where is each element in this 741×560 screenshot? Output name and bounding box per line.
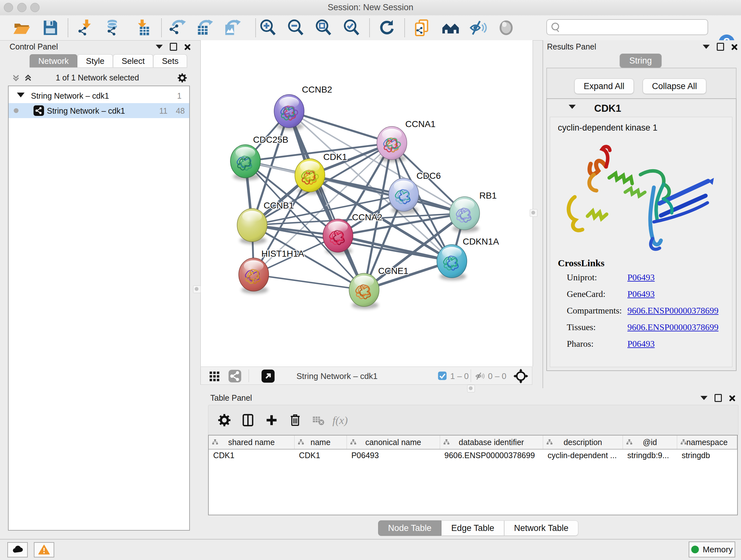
column-header-shared-name[interactable]: shared name — [209, 435, 294, 449]
cell-description[interactable]: cyclin-dependent ... — [543, 449, 623, 462]
collapse-all-button[interactable]: Collapse All — [643, 78, 706, 94]
right-splitter-handle[interactable] — [530, 209, 537, 217]
tab-string[interactable]: String — [620, 54, 662, 68]
control-panel-menu-icon[interactable] — [156, 45, 163, 49]
tab-style[interactable]: Style — [77, 54, 113, 67]
memory-button[interactable]: Memory — [689, 542, 735, 557]
left-splitter-handle[interactable] — [193, 286, 201, 293]
selected-checkbox-icon[interactable] — [437, 371, 447, 381]
tab-node-table[interactable]: Node Table — [378, 520, 441, 536]
node-CDC6[interactable]: CDC6 — [389, 171, 441, 214]
node-CDKN1A[interactable]: CDKN1A — [437, 237, 499, 280]
node-label-CCNB2: CCNB2 — [302, 84, 332, 95]
create-column-icon[interactable] — [261, 410, 282, 430]
node-label-CCNB1: CCNB1 — [264, 200, 294, 210]
zoom-selected-icon[interactable] — [341, 17, 362, 38]
warnings-button[interactable] — [34, 542, 54, 557]
node-table[interactable]: shared namenamecanonical namedatabase id… — [208, 435, 738, 515]
cell-@id[interactable]: stringdb:9... — [623, 449, 677, 462]
node-label-CDC6: CDC6 — [416, 171, 441, 181]
table-panel-close-icon[interactable] — [729, 395, 735, 401]
column-header-database-identifier[interactable]: database identifier — [440, 435, 543, 449]
share-network-icon[interactable] — [228, 369, 242, 383]
crosslink-link[interactable]: P06493 — [627, 289, 655, 299]
results-panel-menu-icon[interactable] — [703, 45, 710, 49]
tab-sets[interactable]: Sets — [153, 54, 187, 67]
cell-shared-name[interactable]: CDK1 — [209, 449, 294, 462]
column-header-namespace[interactable]: namespace — [677, 435, 737, 449]
table-options-gear-icon[interactable] — [214, 410, 234, 430]
fit-selected-crosshair-icon[interactable] — [514, 369, 528, 383]
tab-edge-table[interactable]: Edge Table — [441, 520, 504, 536]
edge-CDK1-RB1[interactable] — [310, 175, 465, 213]
tab-network-table[interactable]: Network Table — [504, 520, 579, 536]
node-label-CCNA2: CCNA2 — [352, 212, 382, 222]
network-edge-count: 48 — [176, 106, 185, 116]
node-CCNE1[interactable]: CCNE1 — [349, 266, 408, 309]
column-header-@id[interactable]: @id — [623, 435, 677, 449]
cell-namespace[interactable]: stringdb — [677, 449, 737, 462]
tab-network[interactable]: Network — [30, 54, 77, 67]
zoom-in-icon[interactable] — [258, 17, 278, 38]
crosslink-link[interactable]: P06493 — [627, 272, 655, 283]
results-actions-box: Expand All Collapse All — [546, 68, 737, 100]
column-header-name[interactable]: name — [294, 435, 347, 449]
open-in-new-window-icon[interactable] — [261, 369, 275, 383]
import-network-from-database-icon[interactable] — [103, 17, 124, 38]
import-table-from-file-icon[interactable] — [132, 17, 153, 38]
node-RB1[interactable]: RB1 — [450, 191, 496, 233]
column-header-canonical-name[interactable]: canonical name — [347, 435, 440, 449]
node-label-CCNE1: CCNE1 — [378, 266, 408, 276]
node-CCNB1[interactable]: CCNB1 — [237, 200, 294, 244]
expand-all-button[interactable]: Expand All — [575, 78, 634, 94]
zoom-fit-content-icon[interactable] — [313, 17, 334, 38]
export-table-icon[interactable] — [194, 17, 214, 38]
import-network-from-file-icon[interactable] — [76, 17, 96, 38]
cell-database-identifier[interactable]: 9606.ENSP00000378699 — [440, 449, 543, 462]
string-home-icon[interactable] — [441, 17, 461, 38]
column-header-description[interactable]: description — [543, 435, 623, 449]
crosslink-link[interactable]: P06493 — [627, 339, 655, 349]
network-node-count: 11 — [159, 106, 167, 116]
crosslink-row: Pharos:P06493 — [558, 335, 604, 352]
show-column-icon[interactable] — [238, 410, 258, 430]
export-network-icon[interactable] — [167, 17, 187, 38]
crosslink-link[interactable]: 9606.ENSP00000378699 — [627, 322, 718, 332]
table-panel-menu-icon[interactable] — [700, 396, 708, 400]
delete-table-icon — [308, 410, 328, 430]
delete-column-icon[interactable] — [285, 410, 306, 430]
cloud-button[interactable] — [7, 542, 28, 557]
table-panel-float-icon[interactable] — [715, 394, 722, 402]
edge-CCNB2-CCNA1[interactable] — [289, 111, 392, 143]
results-panel-close-icon[interactable] — [731, 44, 738, 50]
clone-network-icon[interactable] — [412, 17, 432, 38]
refresh-network-icon[interactable] — [377, 17, 397, 38]
show-glass-icon[interactable] — [496, 17, 516, 38]
birds-eye-view-icon[interactable] — [209, 370, 220, 381]
bottom-splitter-handle[interactable] — [467, 385, 475, 392]
control-panel-close-icon[interactable] — [184, 44, 191, 50]
cell-canonical-name[interactable]: P06493 — [347, 449, 440, 462]
crosslink-link[interactable]: 9606.ENSP00000378699 — [627, 306, 718, 316]
results-panel-float-icon[interactable] — [717, 43, 724, 51]
network-collection-row[interactable]: String Network – cdk1 1 — [9, 88, 189, 103]
edge-CCNA2-CDKN1A[interactable] — [338, 236, 452, 261]
node-HIST1H1A[interactable]: HIST1H1A — [239, 249, 304, 294]
tab-select[interactable]: Select — [113, 54, 153, 67]
network-options-gear-icon[interactable] — [177, 72, 188, 84]
export-image-icon[interactable] — [222, 17, 242, 38]
network-tree: String Network – cdk1 1 String Network –… — [8, 85, 190, 531]
hide-glass-icon[interactable] — [468, 17, 488, 38]
collection-expand-icon[interactable] — [17, 92, 24, 98]
save-session-icon[interactable] — [40, 17, 61, 38]
open-session-icon[interactable] — [11, 17, 32, 38]
cell-name[interactable]: CDK1 — [294, 449, 347, 462]
crosslink-row: Compartments:9606.ENSP00000378699 — [558, 302, 604, 318]
zoom-out-icon[interactable] — [286, 17, 306, 38]
search-input[interactable] — [546, 19, 708, 35]
edge-HIST1H1A-CCNE1[interactable] — [254, 274, 364, 290]
network-canvas[interactable]: CCNB2CCNA1CDC25BCDK1CDC6RB1CCNB1CCNA2CDK… — [200, 40, 533, 367]
network-row[interactable]: String Network – cdk1 11 48 — [9, 103, 189, 118]
control-panel-float-icon[interactable] — [170, 43, 177, 51]
protein-card-collapse-icon[interactable] — [569, 105, 576, 109]
